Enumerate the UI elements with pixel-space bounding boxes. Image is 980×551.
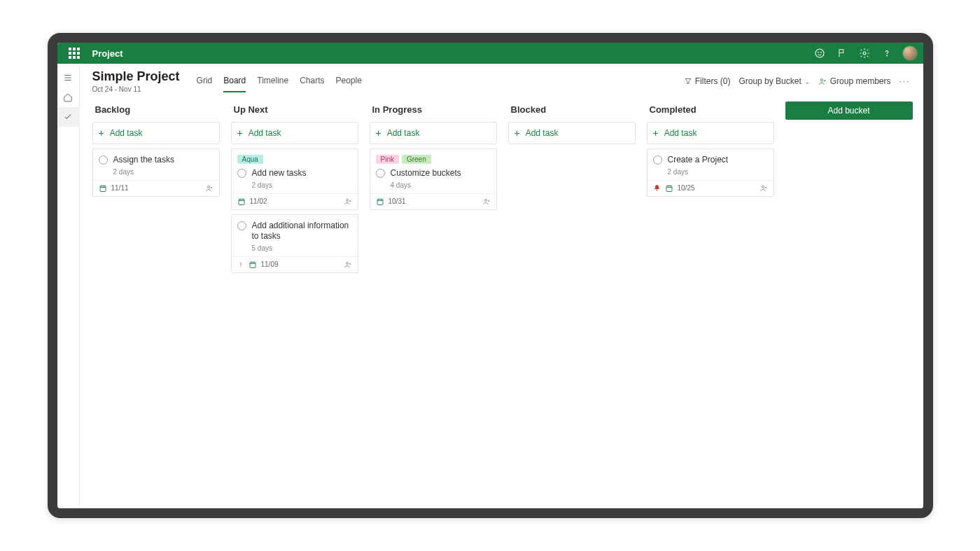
assign-icon[interactable] [344, 260, 352, 269]
add-task-label: Add task [387, 128, 420, 138]
complete-circle-icon[interactable] [376, 169, 385, 178]
task-card[interactable]: PinkGreenCustomize buckets4 days10/31 [370, 148, 497, 210]
assign-icon[interactable] [760, 184, 768, 193]
project-title: Simple Project [92, 69, 180, 84]
task-duration: 2 days [252, 181, 352, 189]
filters-button[interactable]: Filters (0) [684, 76, 731, 86]
bucket-title: Up Next [231, 102, 358, 122]
svg-point-15 [762, 186, 764, 188]
task-duration: 2 days [113, 168, 214, 176]
calendar-icon [248, 260, 257, 269]
complete-circle-icon[interactable] [237, 169, 246, 178]
task-date: 11/09 [261, 260, 279, 268]
complete-circle-icon[interactable] [653, 155, 662, 165]
task-duration: 2 days [668, 168, 768, 176]
task-card[interactable]: Add additional information to tasks5 day… [231, 214, 358, 273]
filter-icon [684, 77, 692, 85]
task-card[interactable]: Assign the tasks2 days11/11 [92, 148, 220, 197]
settings-icon[interactable] [855, 43, 874, 63]
bucket-column: Backlog+Add taskAssign the tasks2 days11… [92, 102, 220, 500]
bucket-title: Backlog [92, 102, 220, 122]
group-members-label: Group members [830, 76, 891, 86]
plus-icon: + [653, 127, 659, 139]
bucket-title: Completed [647, 102, 774, 122]
task-tag: Green [402, 155, 431, 164]
add-task-button[interactable]: +Add task [508, 122, 636, 144]
svg-rect-12 [377, 199, 383, 204]
nav-tasks-icon[interactable] [57, 107, 80, 127]
calendar-icon [665, 184, 673, 193]
bucket-column: In Progress+Add taskPinkGreenCustomize b… [370, 102, 497, 500]
group-members-button[interactable]: Group members [818, 76, 891, 86]
filters-label: Filters (0) [695, 76, 731, 86]
task-title: Create a Project [668, 155, 768, 166]
tab-people[interactable]: People [336, 70, 362, 92]
task-date: 11/02 [250, 197, 267, 205]
chevron-down-icon: ⌄ [804, 78, 810, 85]
task-title: Assign the tasks [113, 155, 214, 166]
tab-board[interactable]: Board [223, 70, 246, 92]
bucket-column: Blocked+Add task [508, 102, 636, 500]
plus-icon: + [376, 127, 382, 139]
add-task-button[interactable]: +Add task [231, 122, 358, 144]
bucket-title: In Progress [370, 102, 497, 122]
tab-grid[interactable]: Grid [197, 70, 213, 92]
complete-circle-icon[interactable] [99, 155, 108, 165]
task-tag: Pink [376, 155, 399, 164]
add-task-button[interactable]: +Add task [647, 122, 774, 144]
svg-point-11 [346, 262, 348, 264]
svg-point-2 [820, 52, 821, 53]
app-launcher-icon[interactable] [64, 43, 84, 63]
more-options-button[interactable]: ··· [899, 76, 910, 86]
svg-rect-10 [250, 262, 255, 267]
assign-icon[interactable] [344, 197, 352, 206]
nav-menu-icon[interactable] [57, 68, 80, 88]
assign-icon[interactable] [482, 197, 491, 206]
nav-home-icon[interactable] [57, 88, 80, 107]
task-card[interactable]: Create a Project2 days10/25 [647, 148, 774, 197]
add-task-label: Add task [664, 128, 697, 138]
task-title: Customize buckets [391, 168, 491, 179]
task-date: 10/31 [388, 197, 406, 205]
task-date: 11/11 [111, 184, 129, 192]
group-by-button[interactable]: Group by Bucket ⌄ [738, 76, 809, 86]
people-icon [818, 77, 827, 86]
emoji-icon[interactable] [810, 43, 830, 63]
svg-point-13 [484, 199, 486, 201]
calendar-icon [376, 197, 384, 206]
flag-icon[interactable] [832, 43, 852, 63]
add-task-button[interactable]: +Add task [92, 122, 220, 144]
bucket-title: Blocked [508, 102, 636, 122]
task-card[interactable]: AquaAdd new tasks2 days11/02 [231, 148, 358, 210]
svg-point-0 [816, 49, 824, 57]
help-icon[interactable] [877, 43, 897, 63]
avatar[interactable] [902, 46, 918, 61]
plus-icon: + [99, 127, 104, 139]
calendar-icon [99, 184, 107, 193]
svg-rect-6 [100, 186, 106, 191]
project-dates: Oct 24 - Nov 11 [92, 85, 180, 93]
svg-point-1 [818, 52, 818, 53]
add-task-button[interactable]: +Add task [370, 122, 497, 144]
plus-icon: + [237, 127, 243, 139]
bucket-column: Completed+Add taskCreate a Project2 days… [647, 102, 774, 500]
tab-timeline[interactable]: Timeline [257, 70, 288, 92]
complete-circle-icon[interactable] [237, 221, 246, 230]
calendar-icon [237, 197, 246, 206]
svg-point-7 [207, 186, 209, 188]
svg-point-3 [863, 52, 866, 55]
task-title: Add additional information to tasks [252, 221, 352, 242]
add-bucket-button[interactable]: Add bucket [785, 102, 913, 120]
warning-icon [237, 261, 244, 268]
svg-point-4 [886, 55, 887, 56]
plus-icon: + [514, 127, 520, 139]
tab-charts[interactable]: Charts [300, 70, 324, 92]
bucket-column: Up Next+Add taskAquaAdd new tasks2 days1… [231, 102, 358, 500]
svg-rect-14 [666, 186, 672, 191]
task-duration: 5 days [252, 244, 352, 252]
svg-rect-8 [239, 199, 244, 204]
task-title: Add new tasks [252, 168, 352, 179]
add-task-label: Add task [526, 128, 559, 138]
assign-icon[interactable] [205, 184, 214, 193]
svg-point-9 [346, 199, 348, 201]
